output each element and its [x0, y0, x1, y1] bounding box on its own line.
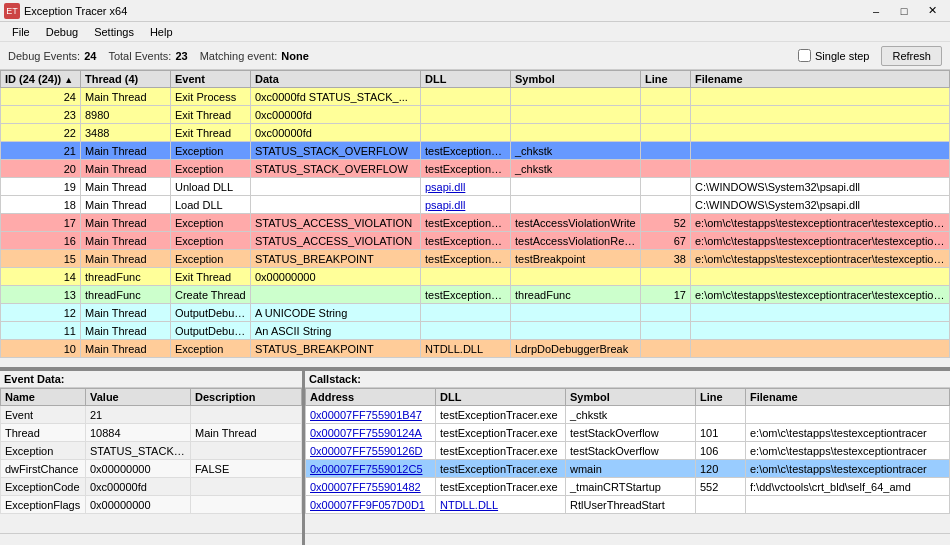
col-header-data: Data	[251, 71, 421, 88]
list-item: ExceptionCode0xc00000fd	[1, 478, 302, 496]
list-item[interactable]: 0x00007FF7559012C5testExceptionTracer.ex…	[306, 460, 950, 478]
cs-col-addr: Address	[306, 389, 436, 406]
debug-events-value: 24	[84, 50, 96, 62]
matching-label: Matching event:	[200, 50, 278, 62]
table-row[interactable]: 12Main ThreadOutputDebugSt...A UNICODE S…	[1, 304, 950, 322]
list-item[interactable]: 0x00007FF75590126DtestExceptionTracer.ex…	[306, 442, 950, 460]
callstack-panel: Callstack: Address DLL Symbol	[305, 371, 950, 545]
col-header-symbol: Symbol	[511, 71, 641, 88]
table-row[interactable]: 20Main ThreadExceptionSTATUS_STACK_OVERF…	[1, 160, 950, 178]
table-row[interactable]: 19Main ThreadUnload DLLpsapi.dllC:\WINDO…	[1, 178, 950, 196]
titlebar: ET Exception Tracer x64 – □ ✕	[0, 0, 950, 22]
menu-debug[interactable]: Debug	[38, 24, 86, 40]
toolbar: Debug Events: 24 Total Events: 23 Matchi…	[0, 42, 950, 70]
event-data-table: Name Value Description Event21Thread1088…	[0, 388, 302, 514]
list-item: dwFirstChance0x00000000FALSE	[1, 460, 302, 478]
cs-col-filename: Filename	[746, 389, 950, 406]
table-row[interactable]: 24Main ThreadExit Process0xc0000fd STATU…	[1, 88, 950, 106]
maximize-button[interactable]: □	[890, 1, 918, 21]
events-table: ID (24 (24)) ▲ Thread (4) Event Data DLL…	[0, 70, 950, 358]
table-row[interactable]: 15Main ThreadExceptionSTATUS_BREAKPOINTt…	[1, 250, 950, 268]
total-events-group: Total Events: 23	[108, 50, 187, 62]
matching-value: None	[281, 50, 309, 62]
list-item[interactable]: 0x00007FF755901B47testExceptionTracer.ex…	[306, 406, 950, 424]
cs-col-symbol: Symbol	[566, 389, 696, 406]
table-row[interactable]: 10Main ThreadExceptionSTATUS_BREAKPOINTN…	[1, 340, 950, 358]
ed-col-value: Value	[86, 389, 191, 406]
menu-settings[interactable]: Settings	[86, 24, 142, 40]
table-row[interactable]: 13threadFuncCreate ThreadtestExceptionTr…	[1, 286, 950, 304]
callstack-title: Callstack:	[305, 371, 950, 388]
cs-col-line: Line	[696, 389, 746, 406]
ed-col-desc: Description	[191, 389, 302, 406]
table-row[interactable]: 223488Exit Thread0xc00000fd	[1, 124, 950, 142]
callstack-hscroll[interactable]	[305, 533, 950, 545]
event-data-hscroll[interactable]	[0, 533, 302, 545]
titlebar-left: ET Exception Tracer x64	[4, 3, 127, 19]
main-area: ID (24 (24)) ▲ Thread (4) Event Data DLL…	[0, 70, 950, 545]
col-header-line: Line	[641, 71, 691, 88]
list-item: ExceptionFlags0x00000000	[1, 496, 302, 514]
total-events-label: Total Events:	[108, 50, 171, 62]
refresh-button[interactable]: Refresh	[881, 46, 942, 66]
cs-col-dll: DLL	[436, 389, 566, 406]
titlebar-controls: – □ ✕	[862, 1, 946, 21]
table-row[interactable]: 18Main ThreadLoad DLLpsapi.dllC:\WINDOWS…	[1, 196, 950, 214]
table-row[interactable]: 21Main ThreadExceptionSTATUS_STACK_OVERF…	[1, 142, 950, 160]
event-data-title: Event Data:	[0, 371, 302, 388]
col-header-event: Event	[171, 71, 251, 88]
event-data-table-container[interactable]: Name Value Description Event21Thread1088…	[0, 388, 302, 533]
bottom-area: Event Data: Name Value Description	[0, 370, 950, 545]
ed-col-name: Name	[1, 389, 86, 406]
table-row[interactable]: 14threadFuncExit Thread0x00000000	[1, 268, 950, 286]
matching-event-group: Matching event: None	[200, 50, 309, 62]
table-row[interactable]: 11Main ThreadOutputDebugSt...An ASCII St…	[1, 322, 950, 340]
total-events-value: 23	[175, 50, 187, 62]
table-row[interactable]: 238980Exit Thread0xc00000fd	[1, 106, 950, 124]
single-step-group: Single step	[798, 49, 869, 62]
list-item[interactable]: 0x00007FF9F057D0D1NTDLL.DLLRtlUserThread…	[306, 496, 950, 514]
single-step-checkbox[interactable]	[798, 49, 811, 62]
list-item: Event21	[1, 406, 302, 424]
list-item: ExceptionSTATUS_STACK_...	[1, 442, 302, 460]
callstack-table-container[interactable]: Address DLL Symbol Line Filename 0x00007…	[305, 388, 950, 533]
close-button[interactable]: ✕	[918, 1, 946, 21]
menubar: File Debug Settings Help	[0, 22, 950, 42]
event-data-panel: Event Data: Name Value Description	[0, 371, 305, 545]
list-item: Thread10884Main Thread	[1, 424, 302, 442]
table-row[interactable]: 16Main ThreadExceptionSTATUS_ACCESS_VIOL…	[1, 232, 950, 250]
callstack-table: Address DLL Symbol Line Filename 0x00007…	[305, 388, 950, 514]
single-step-label: Single step	[815, 50, 869, 62]
titlebar-title: Exception Tracer x64	[24, 5, 127, 17]
col-header-dll: DLL	[421, 71, 511, 88]
events-table-container: ID (24 (24)) ▲ Thread (4) Event Data DLL…	[0, 70, 950, 370]
table-row[interactable]: 17Main ThreadExceptionSTATUS_ACCESS_VIOL…	[1, 214, 950, 232]
list-item[interactable]: 0x00007FF755901482testExceptionTracer.ex…	[306, 478, 950, 496]
col-header-filename: Filename	[691, 71, 950, 88]
debug-events-label: Debug Events:	[8, 50, 80, 62]
debug-events-group: Debug Events: 24	[8, 50, 96, 62]
minimize-button[interactable]: –	[862, 1, 890, 21]
list-item[interactable]: 0x00007FF75590124AtestExceptionTracer.ex…	[306, 424, 950, 442]
events-table-scroll[interactable]: ID (24 (24)) ▲ Thread (4) Event Data DLL…	[0, 70, 950, 367]
menu-help[interactable]: Help	[142, 24, 181, 40]
menu-file[interactable]: File	[4, 24, 38, 40]
col-header-id[interactable]: ID (24 (24)) ▲	[1, 71, 81, 88]
col-header-thread: Thread (4)	[81, 71, 171, 88]
app-icon: ET	[4, 3, 20, 19]
